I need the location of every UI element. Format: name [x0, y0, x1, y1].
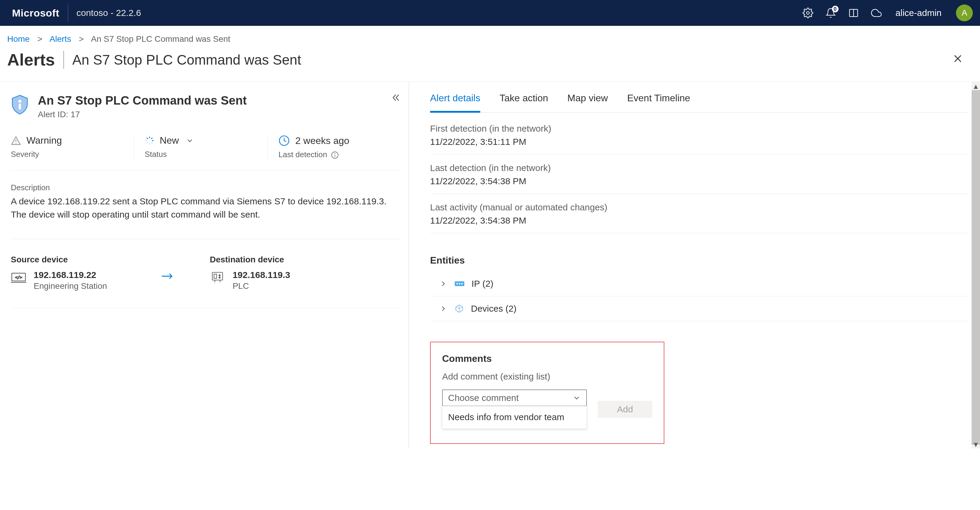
ip-icon: [454, 279, 465, 288]
entity-devices-label: Devices (2): [471, 304, 517, 314]
breadcrumb-current: An S7 Stop PLC Command was Sent: [91, 34, 231, 43]
device-icon: [454, 304, 465, 314]
source-device-label: Source device: [11, 255, 107, 265]
notification-badge: 0: [832, 6, 838, 12]
comment-dropdown[interactable]: Choose comment: [442, 389, 587, 406]
svg-point-8: [16, 143, 16, 143]
collapse-panel-button[interactable]: [391, 92, 401, 105]
destination-device-label: Destination device: [210, 255, 290, 265]
status-icon: [145, 136, 154, 145]
breadcrumb-alerts[interactable]: Alerts: [49, 34, 71, 43]
svg-line-15: [146, 142, 148, 143]
last-detection-label: Last detection: [278, 150, 390, 159]
close-button[interactable]: [950, 51, 966, 69]
comment-dropdown-menu: Needs info from vendor team: [442, 406, 587, 429]
chevron-down-icon: [573, 394, 581, 402]
info-icon[interactable]: [331, 151, 339, 159]
page-title: Alerts: [7, 50, 55, 69]
tenant-label: contoso - 22.2.6: [76, 8, 141, 18]
first-detection-value: 11/22/2022, 3:51:11 PM: [430, 137, 968, 147]
svg-point-28: [219, 277, 220, 278]
brand-logo: Microsoft: [12, 7, 59, 19]
svg-point-33: [459, 283, 460, 285]
settings-icon[interactable]: [802, 7, 814, 19]
source-ip[interactable]: 192.168.119.22: [33, 270, 107, 280]
entity-ip-label: IP (2): [471, 279, 493, 289]
destination-ip[interactable]: 192.168.119.3: [232, 270, 290, 280]
top-bar: Microsoft contoso - 22.2.6 0 alice-admin…: [0, 0, 980, 26]
last-detection-label: Last detection (in the network): [430, 163, 968, 173]
workstation-icon: </>: [11, 271, 26, 283]
alert-id: Alert ID: 17: [38, 110, 247, 119]
svg-text:</>: </>: [15, 275, 22, 279]
svg-point-5: [18, 100, 21, 103]
page-title-row: Alerts An S7 Stop PLC Command was Sent: [0, 48, 980, 82]
status-dropdown[interactable]: New: [145, 135, 257, 146]
severity-value: Warning: [26, 135, 62, 146]
comments-section: Comments Add comment (existing list) Cho…: [430, 342, 664, 444]
comment-option[interactable]: Needs info from vendor team: [448, 412, 581, 422]
tab-alert-details[interactable]: Alert details: [430, 92, 480, 113]
last-activity-value: 11/22/2022, 3:54:38 PM: [430, 215, 968, 226]
chevron-down-icon: [186, 136, 194, 145]
entities-title: Entities: [430, 255, 968, 266]
tab-map-view[interactable]: Map view: [567, 92, 608, 112]
scroll-up-icon[interactable]: ▴: [972, 82, 980, 90]
left-panel: An S7 Stop PLC Command was Sent Alert ID…: [0, 82, 409, 448]
plc-icon: [210, 271, 225, 283]
divider: [64, 51, 64, 69]
user-avatar[interactable]: A: [956, 5, 973, 21]
tab-event-timeline[interactable]: Event Timeline: [627, 92, 690, 112]
first-detection-label: First detection (in the network): [430, 124, 968, 134]
shield-icon: [11, 94, 29, 115]
chevron-right-icon: [439, 279, 447, 288]
svg-point-34: [461, 283, 463, 285]
status-label: Status: [145, 150, 257, 159]
svg-line-12: [151, 142, 152, 143]
add-comment-button[interactable]: Add: [598, 401, 652, 418]
svg-rect-6: [19, 104, 21, 110]
add-comment-label: Add comment (existing list): [442, 371, 652, 382]
scrollbar-thumb[interactable]: [972, 90, 980, 445]
breadcrumb: Home > Alerts > An S7 Stop PLC Command w…: [0, 26, 980, 48]
page-subtitle: An S7 Stop PLC Command was Sent: [72, 52, 301, 68]
svg-point-27: [219, 275, 220, 276]
tabs: Alert details Take action Map view Event…: [430, 92, 968, 113]
status-value: New: [160, 135, 179, 146]
svg-point-0: [807, 12, 809, 14]
alert-title: An S7 Stop PLC Command was Sent: [38, 94, 247, 107]
breadcrumb-sep: >: [37, 34, 42, 43]
clock-icon: [278, 135, 290, 147]
scroll-down-icon[interactable]: ▾: [972, 440, 980, 448]
source-type: Engineering Station: [33, 281, 107, 291]
last-detection-value: 2 weeks ago: [295, 135, 349, 147]
severity-label: Severity: [11, 150, 123, 159]
comments-title: Comments: [442, 353, 652, 364]
cloud-icon[interactable]: [870, 7, 882, 19]
svg-line-11: [146, 138, 148, 139]
warning-icon: [11, 135, 21, 146]
notifications-icon[interactable]: 0: [825, 7, 837, 19]
comment-placeholder: Choose comment: [448, 393, 519, 403]
description-text: A device 192.168.119.22 sent a Stop PLC …: [11, 195, 395, 221]
right-panel: Alert details Take action Map view Event…: [409, 82, 980, 448]
breadcrumb-home[interactable]: Home: [7, 34, 30, 43]
description-label: Description: [11, 183, 401, 192]
last-detection-value: 11/22/2022, 3:54:38 PM: [430, 176, 968, 186]
svg-line-16: [151, 138, 152, 139]
docs-icon[interactable]: [848, 7, 859, 19]
tab-take-action[interactable]: Take action: [500, 92, 548, 112]
breadcrumb-sep: >: [79, 34, 83, 43]
destination-type: PLC: [232, 281, 290, 291]
entity-ip-row[interactable]: IP (2): [430, 271, 968, 296]
last-activity-label: Last activity (manual or automated chang…: [430, 202, 968, 212]
entity-devices-row[interactable]: Devices (2): [430, 296, 968, 321]
divider: [68, 5, 68, 21]
arrow-icon: [161, 272, 173, 283]
chevron-right-icon: [439, 304, 447, 313]
username-label: alice-admin: [896, 8, 942, 18]
svg-rect-26: [214, 274, 217, 278]
scrollbar-track[interactable]: ▴ ▾: [972, 82, 980, 448]
svg-point-32: [457, 283, 458, 285]
